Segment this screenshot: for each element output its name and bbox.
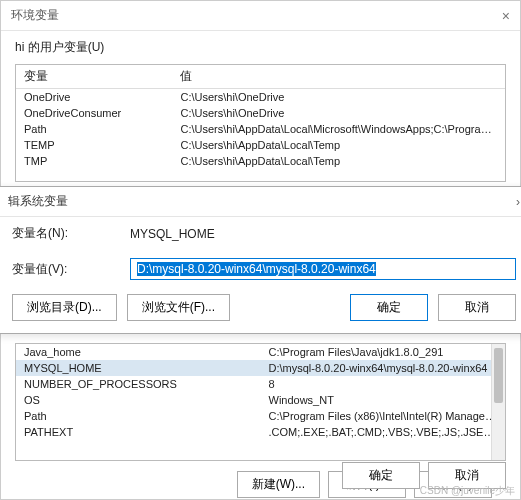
watermark: CSDN @juvenile少年: [420, 484, 515, 498]
table-row[interactable]: NUMBER_OF_PROCESSORS8: [16, 376, 505, 392]
value-label: 变量值(V):: [12, 261, 130, 278]
browse-dir-button[interactable]: 浏览目录(D)...: [12, 294, 117, 321]
scrollbar-thumb[interactable]: [494, 348, 503, 403]
cancel-button[interactable]: 取消: [438, 294, 516, 321]
name-label: 变量名(N):: [12, 225, 130, 242]
col-var-name[interactable]: 变量: [16, 65, 172, 89]
table-row[interactable]: TMPC:\Users\hi\AppData\Local\Temp: [16, 153, 505, 169]
field-variable-value: 变量值(V): D:\mysql-8.0.20-winx64\mysql-8.0…: [0, 246, 521, 284]
col-var-value[interactable]: 值: [172, 65, 505, 89]
scrollbar[interactable]: [491, 344, 505, 460]
dialog-titlebar: 辑系统变量 ›: [0, 187, 521, 217]
ok-button[interactable]: 确定: [350, 294, 428, 321]
new-button[interactable]: 新建(W)...: [237, 471, 320, 498]
close-icon[interactable]: ×: [502, 8, 510, 24]
dialog-buttons: 浏览目录(D)... 浏览文件(F)... 确定 取消: [0, 284, 521, 333]
table-row[interactable]: MYSQL_HOMED:\mysql-8.0.20-winx64\mysql-8…: [16, 360, 505, 376]
field-variable-name: 变量名(N): MYSQL_HOME: [0, 217, 521, 246]
table-row[interactable]: PATHEXT.COM;.EXE;.BAT;.CMD;.VBS;.VBE;.JS…: [16, 424, 505, 440]
table-row[interactable]: OSWindows_NT: [16, 392, 505, 408]
browse-file-button[interactable]: 浏览文件(F)...: [127, 294, 230, 321]
main-ok-button[interactable]: 确定: [342, 462, 420, 489]
chevron-right-icon[interactable]: ›: [516, 195, 520, 209]
user-vars-table[interactable]: 变量 值 OneDriveC:\Users\hi\OneDrive OneDri…: [15, 64, 506, 182]
env-vars-window: 环境变量 × hi 的用户变量(U) 变量 值 OneDriveC:\Users…: [0, 0, 521, 500]
table-row[interactable]: OneDriveC:\Users\hi\OneDrive: [16, 89, 505, 106]
table-row[interactable]: TEMPC:\Users\hi\AppData\Local\Temp: [16, 137, 505, 153]
table-row[interactable]: Java_homeC:\Program Files\Java\jdk1.8.0_…: [16, 344, 505, 360]
table-row[interactable]: PathC:\Program Files (x86)\Intel\Intel(R…: [16, 408, 505, 424]
table-row[interactable]: OneDriveConsumerC:\Users\hi\OneDrive: [16, 105, 505, 121]
edit-variable-dialog: 辑系统变量 › 变量名(N): MYSQL_HOME 变量值(V): D:\my…: [0, 186, 521, 334]
table-row[interactable]: PathC:\Users\hi\AppData\Local\Microsoft\…: [16, 121, 505, 137]
name-value[interactable]: MYSQL_HOME: [130, 227, 215, 241]
system-vars-table[interactable]: Java_homeC:\Program Files\Java\jdk1.8.0_…: [15, 343, 506, 461]
user-vars-label: hi 的用户变量(U): [1, 31, 520, 60]
titlebar: 环境变量 ×: [1, 1, 520, 31]
value-input[interactable]: D:\mysql-8.0.20-winx64\mysql-8.0.20-winx…: [130, 258, 516, 280]
dialog-title-text: 辑系统变量: [8, 193, 68, 210]
window-title: 环境变量: [11, 7, 59, 24]
